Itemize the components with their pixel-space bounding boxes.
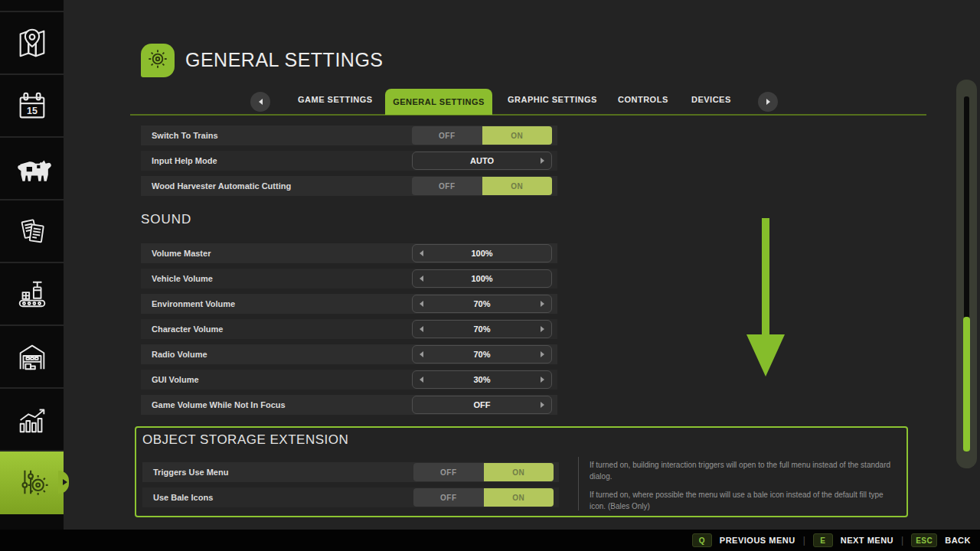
sidebar-item-contracts[interactable] xyxy=(0,201,64,263)
increase-arrow-icon[interactable] xyxy=(541,158,544,164)
toggle-off-option[interactable]: OFF xyxy=(412,177,482,195)
footer-hint-previous-menu: PREVIOUS MENU xyxy=(720,536,795,545)
toggle-off-option[interactable]: OFF xyxy=(413,463,484,481)
setting-row: Triggers Use Menu OFF ON xyxy=(142,462,559,482)
decrease-arrow-icon[interactable] xyxy=(420,276,423,282)
tab-game-settings[interactable]: GAME SETTINGS xyxy=(298,95,373,104)
selector-value: 70% xyxy=(473,324,490,334)
setting-label: Radio Volume xyxy=(152,350,412,359)
setting-row: Game Volume While Not In Focus OFF xyxy=(141,395,557,415)
footer-divider: | xyxy=(803,535,805,546)
ose-settings-list: Triggers Use Menu OFF ON Use Bale Icons … xyxy=(142,462,559,513)
general-settings-screen: 15 xyxy=(0,0,980,551)
increase-arrow-icon[interactable] xyxy=(541,402,544,408)
use-bale-icons-toggle[interactable]: OFF ON xyxy=(413,488,554,507)
vehicle-volume-selector[interactable]: 100% xyxy=(412,269,552,288)
tab-general-settings[interactable]: GENERAL SETTINGS xyxy=(385,89,492,115)
tab-devices[interactable]: DEVICES xyxy=(691,95,731,104)
svg-text:15: 15 xyxy=(27,106,38,116)
toggle-off-option[interactable]: OFF xyxy=(413,488,484,507)
setting-label: Use Bale Icons xyxy=(153,493,413,502)
radio-volume-selector[interactable]: 70% xyxy=(412,345,552,364)
sidebar-item-production[interactable] xyxy=(0,263,64,326)
sidebar-item-statistics[interactable] xyxy=(0,389,64,452)
increase-arrow-icon[interactable] xyxy=(541,351,544,357)
documents-icon xyxy=(15,214,50,249)
gear-icon xyxy=(145,46,171,75)
setting-row: Environment Volume 70% xyxy=(141,294,557,314)
key-badge-e: E xyxy=(813,533,833,547)
setting-label: Volume Master xyxy=(152,249,412,258)
sidebar: 15 xyxy=(0,0,64,530)
selector-value: 30% xyxy=(473,375,490,384)
character-volume-selector[interactable]: 70% xyxy=(412,320,552,338)
decrease-arrow-icon[interactable] xyxy=(420,377,423,383)
toggle-on-option[interactable]: ON xyxy=(482,177,553,195)
setting-row: Volume Master 100% xyxy=(141,243,557,263)
increase-arrow-icon[interactable] xyxy=(541,377,544,383)
chevron-left-icon xyxy=(259,99,263,105)
setting-label: Environment Volume xyxy=(152,299,412,308)
triggers-use-menu-toggle[interactable]: OFF ON xyxy=(413,463,554,481)
wood-harvester-toggle[interactable]: OFF ON xyxy=(412,177,552,195)
scrollbar-thumb[interactable] xyxy=(963,317,970,452)
environment-volume-selector[interactable]: 70% xyxy=(412,295,552,313)
sidebar-item-partial-top xyxy=(0,0,64,12)
decrease-arrow-icon[interactable] xyxy=(420,301,423,307)
ose-section-heading: OBJECT STORAGE EXTENSION xyxy=(142,432,348,448)
setting-label: Game Volume While Not In Focus xyxy=(152,400,412,409)
setting-label: Character Volume xyxy=(152,324,412,334)
sidebar-item-animals[interactable] xyxy=(0,138,64,201)
settings-sliders-gear-icon xyxy=(15,465,50,500)
switch-to-trains-toggle[interactable]: OFF ON xyxy=(412,126,552,145)
key-badge-esc: ESC xyxy=(911,533,937,547)
decrease-arrow-icon[interactable] xyxy=(420,351,423,357)
setting-label: Switch To Trains xyxy=(152,131,412,140)
increase-arrow-icon[interactable] xyxy=(541,301,544,307)
general-settings-list: Switch To Trains OFF ON Input Help Mode … xyxy=(141,126,557,201)
toggle-on-option[interactable]: ON xyxy=(484,488,554,507)
key-badge-q: Q xyxy=(692,533,712,547)
footer-divider: | xyxy=(901,535,903,546)
ose-vertical-divider xyxy=(578,457,579,510)
footer-hint-next-menu: NEXT MENU xyxy=(841,536,893,545)
map-icon xyxy=(15,25,50,60)
sidebar-item-settings[interactable] xyxy=(0,452,64,514)
sidebar-item-storage[interactable] xyxy=(0,326,64,389)
setting-label: Input Help Mode xyxy=(152,156,412,165)
sidebar-item-map[interactable] xyxy=(0,12,64,75)
page-title: GENERAL SETTINGS xyxy=(185,49,384,71)
ose-description-triggers: If turned on, building interaction trigg… xyxy=(590,460,896,482)
tabs-prev-button[interactable] xyxy=(250,92,270,112)
scrollbar[interactable] xyxy=(956,80,977,468)
tab-graphic-settings[interactable]: GRAPHIC SETTINGS xyxy=(508,95,597,104)
gui-volume-selector[interactable]: 30% xyxy=(412,370,552,389)
tab-controls[interactable]: CONTROLS xyxy=(618,95,668,104)
sound-section-heading: SOUND xyxy=(141,212,191,227)
volume-master-selector[interactable]: 100% xyxy=(412,244,552,262)
toggle-on-option[interactable]: ON xyxy=(484,463,554,481)
selector-value: AUTO xyxy=(470,156,494,165)
setting-label: Wood Harvester Automatic Cutting xyxy=(152,181,412,191)
sound-settings-list: Volume Master 100% Vehicle Volume 100% E… xyxy=(141,243,557,420)
setting-row: Wood Harvester Automatic Cutting OFF ON xyxy=(141,176,557,196)
tabbar-underline xyxy=(130,114,926,116)
page-icon xyxy=(141,44,175,77)
setting-label: GUI Volume xyxy=(152,375,412,384)
game-volume-not-in-focus-selector[interactable]: OFF xyxy=(412,396,552,414)
tabs-next-button[interactable] xyxy=(758,92,778,112)
decrease-arrow-icon[interactable] xyxy=(420,326,423,332)
toggle-on-option[interactable]: ON xyxy=(482,126,553,145)
cow-icon xyxy=(13,149,51,187)
sidebar-item-calendar[interactable]: 15 xyxy=(0,75,64,138)
setting-label: Triggers Use Menu xyxy=(153,468,413,477)
production-icon xyxy=(15,276,50,311)
selector-value: 100% xyxy=(471,274,492,283)
statistics-icon xyxy=(15,402,50,437)
object-storage-extension-panel: OBJECT STORAGE EXTENSION Triggers Use Me… xyxy=(135,426,908,517)
increase-arrow-icon[interactable] xyxy=(541,326,544,332)
input-help-mode-selector[interactable]: AUTO xyxy=(412,152,552,170)
setting-row: Character Volume 70% xyxy=(141,319,557,339)
decrease-arrow-icon[interactable] xyxy=(420,250,423,256)
toggle-off-option[interactable]: OFF xyxy=(412,126,482,145)
